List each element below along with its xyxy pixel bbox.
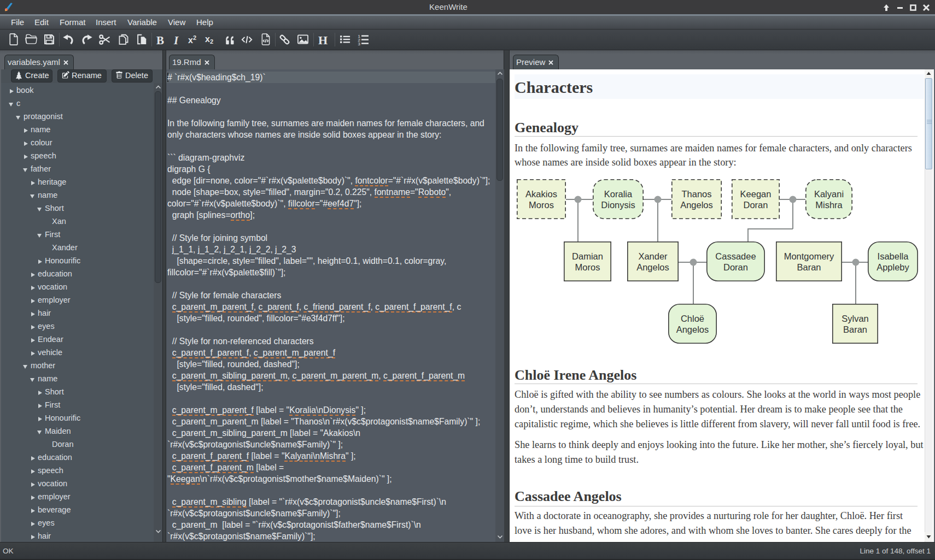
svg-text:3: 3	[358, 42, 360, 46]
